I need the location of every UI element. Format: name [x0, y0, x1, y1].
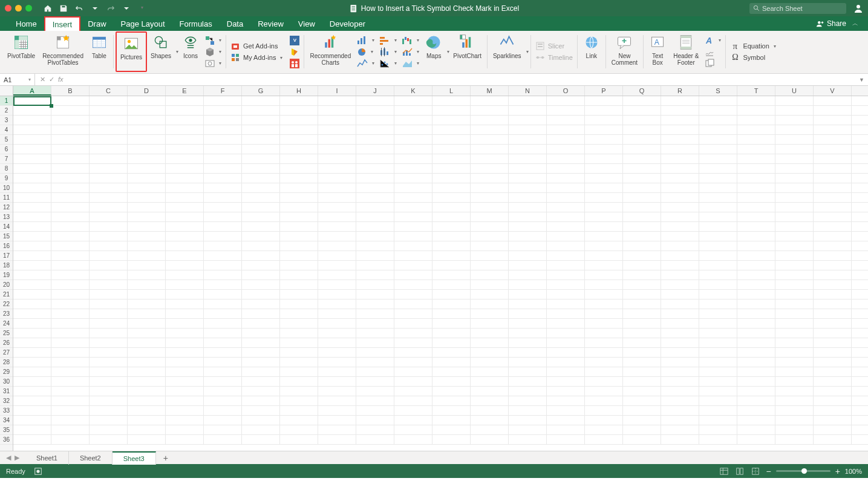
- row-header[interactable]: 32: [0, 396, 13, 406]
- column-header[interactable]: I: [318, 86, 356, 96]
- row-header[interactable]: 19: [0, 270, 13, 280]
- column-header[interactable]: D: [128, 86, 166, 96]
- screenshot-button[interactable]: ▾: [203, 58, 224, 69]
- zoom-out-button[interactable]: −: [766, 466, 771, 476]
- formula-input[interactable]: [68, 74, 860, 85]
- tab-insert[interactable]: Insert: [44, 16, 81, 31]
- cells-area[interactable]: [13, 96, 868, 451]
- pie-chart-button[interactable]: ▾: [354, 47, 377, 57]
- row-header[interactable]: 20: [0, 280, 13, 290]
- row-header[interactable]: 36: [0, 435, 13, 445]
- page-break-view-icon[interactable]: [750, 466, 761, 477]
- tab-draw[interactable]: Draw: [80, 16, 113, 31]
- row-header[interactable]: 16: [0, 241, 13, 251]
- name-box[interactable]: A1 ▾: [0, 74, 35, 85]
- column-header[interactable]: C: [90, 86, 128, 96]
- column-header[interactable]: Q: [623, 86, 661, 96]
- row-header[interactable]: 21: [0, 290, 13, 299]
- line-chart-button[interactable]: ▾: [354, 58, 377, 69]
- pivottable-button[interactable]: PivotTable: [4, 31, 39, 72]
- sheet-tab-sheet3[interactable]: Sheet3: [113, 451, 156, 465]
- row-header[interactable]: 33: [0, 406, 13, 416]
- row-header[interactable]: 28: [0, 358, 13, 367]
- row-header[interactable]: 4: [0, 125, 13, 135]
- column-header[interactable]: H: [280, 86, 318, 96]
- table-button[interactable]: Table: [87, 31, 111, 72]
- page-layout-view-icon[interactable]: [734, 466, 745, 477]
- my-addins-button[interactable]: My Add-ins▾: [228, 52, 285, 63]
- slicer-button[interactable]: Slicer: [533, 41, 575, 51]
- column-header[interactable]: K: [394, 86, 432, 96]
- 3d-models-button[interactable]: ▾: [203, 47, 224, 57]
- sheet-tab-sheet1[interactable]: Sheet1: [25, 451, 69, 465]
- add-sheet-button[interactable]: +: [156, 453, 175, 463]
- stats-chart-button[interactable]: ▾: [377, 47, 399, 57]
- waterfall-chart-button[interactable]: ▾: [399, 35, 422, 46]
- symbol-button[interactable]: ΩSymbol: [728, 52, 778, 63]
- column-header[interactable]: P: [585, 86, 623, 96]
- row-header[interactable]: 12: [0, 203, 13, 212]
- column-header[interactable]: B: [51, 86, 90, 96]
- minimize-window-button[interactable]: [15, 5, 22, 11]
- chevron-down-icon[interactable]: [90, 4, 100, 13]
- column-header[interactable]: U: [775, 86, 814, 96]
- close-window-button[interactable]: [5, 5, 11, 11]
- share-button[interactable]: Share: [816, 19, 846, 28]
- macro-recording-icon[interactable]: [34, 467, 42, 476]
- row-header[interactable]: 7: [0, 154, 13, 164]
- object-button[interactable]: [702, 58, 723, 69]
- row-header[interactable]: 31: [0, 387, 13, 396]
- row-header[interactable]: 34: [0, 416, 13, 425]
- bing-maps-button[interactable]: [287, 47, 302, 57]
- tab-page-layout[interactable]: Page Layout: [114, 16, 172, 31]
- get-addins-button[interactable]: Get Add-ins: [228, 41, 285, 51]
- people-graph-button[interactable]: [287, 58, 302, 69]
- equation-button[interactable]: πEquation▾: [728, 41, 778, 51]
- user-account-icon[interactable]: [853, 4, 863, 13]
- maps-button[interactable]: Maps: [422, 31, 446, 72]
- row-header[interactable]: 18: [0, 261, 13, 270]
- row-header[interactable]: 35: [0, 425, 13, 435]
- row-header[interactable]: 24: [0, 319, 13, 329]
- column-header[interactable]: T: [737, 86, 775, 96]
- row-header[interactable]: 22: [0, 299, 13, 309]
- tab-data[interactable]: Data: [220, 16, 250, 31]
- sheet-nav-next-icon[interactable]: ▶: [15, 454, 19, 462]
- signature-line-button[interactable]: [702, 47, 723, 57]
- tab-home[interactable]: Home: [8, 16, 44, 31]
- icons-button[interactable]: Icons: [178, 31, 203, 72]
- column-header[interactable]: N: [509, 86, 547, 96]
- column-header[interactable]: V: [814, 86, 852, 96]
- fx-icon[interactable]: fx: [58, 76, 64, 83]
- home-icon[interactable]: [43, 4, 53, 13]
- row-header[interactable]: 23: [0, 309, 13, 319]
- row-header[interactable]: 3: [0, 116, 13, 125]
- select-all-triangle[interactable]: [0, 86, 13, 96]
- row-header[interactable]: 6: [0, 145, 13, 154]
- row-header[interactable]: 27: [0, 348, 13, 358]
- row-header[interactable]: 25: [0, 329, 13, 338]
- link-button[interactable]: Link: [579, 31, 604, 72]
- save-icon[interactable]: [59, 4, 68, 13]
- surface-chart-button[interactable]: ▾: [399, 58, 422, 69]
- chevron-down-icon[interactable]: [122, 4, 131, 13]
- worksheet-grid[interactable]: ABCDEFGHIJKLMNOPQRSTUV 12345678910111213…: [0, 86, 868, 451]
- row-header[interactable]: 5: [0, 135, 13, 145]
- chevron-down-icon[interactable]: ▾: [526, 49, 529, 54]
- column-chart-button[interactable]: ▾: [354, 35, 377, 46]
- column-header[interactable]: L: [432, 86, 471, 96]
- scatter-chart-button[interactable]: ▾: [377, 58, 399, 69]
- row-header[interactable]: 2: [0, 106, 13, 116]
- search-sheet-input[interactable]: Search Sheet: [749, 3, 846, 14]
- row-header[interactable]: 29: [0, 367, 13, 377]
- column-header[interactable]: M: [471, 86, 509, 96]
- row-header[interactable]: 15: [0, 232, 13, 241]
- row-header[interactable]: 17: [0, 251, 13, 261]
- maximize-window-button[interactable]: [25, 5, 32, 11]
- redo-icon[interactable]: [106, 4, 116, 13]
- expand-formula-bar-icon[interactable]: ▼: [859, 77, 868, 83]
- recommended-charts-button[interactable]: Recommended Charts: [306, 31, 354, 72]
- tab-view[interactable]: View: [291, 16, 322, 31]
- header-footer-button[interactable]: Header & Footer: [670, 31, 702, 72]
- sheet-nav-prev-icon[interactable]: ◀: [6, 454, 11, 462]
